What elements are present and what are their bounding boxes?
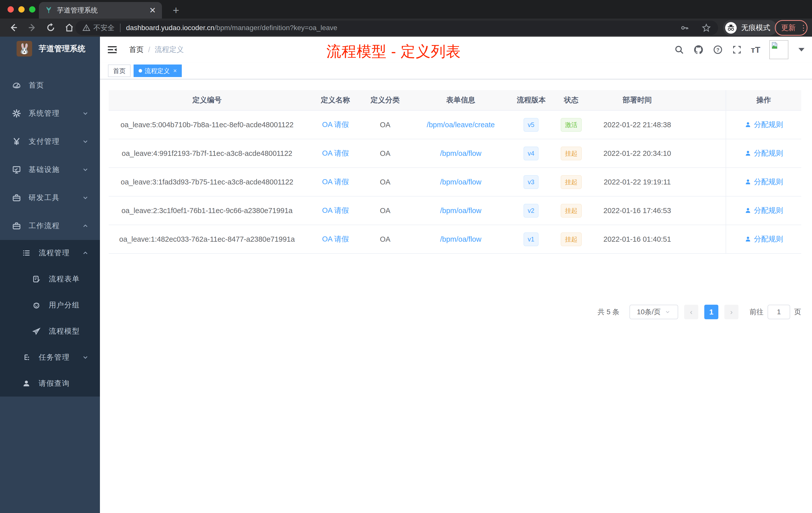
sidebar-item-user-group[interactable]: 用户分组	[0, 292, 100, 318]
chevron-up-icon	[82, 222, 89, 230]
cell-definition-name: OA 请假	[305, 148, 366, 158]
tag-process-definition[interactable]: 流程定义 ×	[134, 64, 182, 77]
definition-name-link[interactable]: OA 请假	[322, 235, 349, 243]
chrome-update-button[interactable]: 更新 ⋮	[775, 20, 808, 36]
favicon-leaf-icon	[45, 6, 53, 14]
breadcrumb-separator: /	[148, 46, 150, 54]
macos-traffic-lights[interactable]	[7, 6, 35, 12]
flow-tree-icon	[22, 353, 31, 362]
robot-icon	[32, 301, 41, 309]
font-size-icon[interactable]: ᴛT	[751, 45, 760, 55]
col-status: 状态	[545, 95, 597, 105]
bookmark-star-icon[interactable]	[701, 23, 711, 33]
forward-icon[interactable]	[27, 23, 37, 33]
caret-down-icon[interactable]	[799, 48, 805, 52]
tab-close-icon[interactable]: ✕	[149, 5, 156, 15]
status-badge: 挂起	[561, 175, 582, 189]
breadcrumb-home[interactable]: 首页	[129, 45, 144, 55]
breadcrumb-current: 流程定义	[155, 45, 184, 55]
home-icon[interactable]	[64, 23, 74, 33]
version-badge: v5	[523, 118, 539, 132]
user-icon	[745, 236, 752, 243]
sidebar-item-leave-query[interactable]: 请假查询	[0, 370, 100, 396]
incognito-label: 无痕模式	[741, 23, 770, 33]
minimize-window-button[interactable]	[18, 6, 25, 12]
status-badge: 挂起	[561, 233, 582, 246]
form-link[interactable]: /bpm/oa/flow	[440, 207, 481, 215]
password-key-icon[interactable]	[680, 23, 689, 32]
reload-icon[interactable]	[46, 23, 56, 33]
new-tab-button[interactable]: +	[173, 4, 179, 17]
security-warning[interactable]: 不安全	[82, 23, 115, 33]
avatar-broken-image[interactable]	[769, 40, 788, 59]
cell-status: 挂起	[545, 233, 597, 246]
sidebar-item-process-model[interactable]: 流程模型	[0, 318, 100, 344]
cell-status: 激活	[545, 118, 597, 132]
tag-home[interactable]: 首页	[108, 64, 130, 77]
url-text[interactable]: dashboard.yudao.iocoder.cn/bpm/manager/d…	[126, 24, 337, 32]
sidebar-item-dev-tools[interactable]: 研发工具	[0, 184, 100, 212]
sidebar-item-home[interactable]: 首页	[0, 71, 100, 99]
sidebar-item-process-management[interactable]: 流程管理	[0, 240, 100, 266]
definition-name-link[interactable]: OA 请假	[322, 206, 349, 214]
svg-text:?: ?	[716, 47, 719, 53]
sidebar-logo[interactable]: 🐰 芋道管理系统	[0, 37, 100, 61]
cell-category: OA	[366, 149, 405, 158]
browser-tab[interactable]: 芋道管理系统 ✕	[39, 2, 162, 19]
form-link[interactable]: /bpm/oa/flow	[440, 178, 481, 186]
goto-page-input[interactable]	[767, 305, 790, 319]
form-link[interactable]: /bpm/oa/leave/create	[427, 121, 495, 129]
github-icon[interactable]	[693, 44, 704, 55]
assign-rule-button[interactable]: 分配规则	[745, 120, 783, 130]
pagination-total: 共 5 条	[598, 307, 619, 317]
next-page-button[interactable]: ›	[724, 305, 738, 319]
browser-menu-dots-icon[interactable]: ⋮	[800, 26, 803, 30]
assign-rule-button[interactable]: 分配规则	[745, 148, 783, 158]
form-link[interactable]: /bpm/oa/flow	[440, 149, 481, 157]
sidebar-item-task-management[interactable]: 任务管理	[0, 344, 100, 370]
cell-form-info: /bpm/oa/flow	[405, 178, 517, 186]
sidebar-collapse-icon[interactable]	[107, 44, 117, 55]
page-size-select[interactable]: 10条/页	[630, 305, 678, 319]
cell-version: v2	[517, 204, 545, 218]
assign-rule-button[interactable]: 分配规则	[745, 206, 783, 216]
form-link[interactable]: /bpm/oa/flow	[440, 235, 481, 243]
back-icon[interactable]	[8, 23, 19, 33]
url-bar[interactable]: 不安全 dashboard.yudao.iocoder.cn/bpm/manag…	[75, 21, 718, 35]
assign-rule-button[interactable]: 分配规则	[745, 177, 783, 187]
sidebar-item-process-form[interactable]: 流程表单	[0, 266, 100, 292]
col-version: 流程版本	[517, 95, 545, 105]
zoom-window-button[interactable]	[29, 6, 35, 12]
close-icon[interactable]: ×	[173, 67, 177, 74]
cell-form-info: /bpm/oa/flow	[405, 235, 517, 243]
search-icon[interactable]	[674, 45, 684, 55]
table-row: oa_leave:4:991f2193-7b7f-11ec-a3c8-acde4…	[109, 139, 801, 168]
sidebar-item-infrastructure[interactable]: 基础设施	[0, 156, 100, 184]
toolbox-icon	[12, 193, 21, 202]
fullscreen-icon[interactable]	[732, 45, 742, 55]
browser-tab-strip: 芋道管理系统 ✕ +	[0, 0, 812, 19]
breadcrumb: 首页 / 流程定义	[129, 45, 184, 55]
sidebar-item-system[interactable]: 系统管理	[0, 99, 100, 127]
paper-plane-icon	[32, 327, 41, 336]
incognito-icon	[725, 22, 737, 34]
chevron-down-icon	[82, 166, 89, 173]
close-window-button[interactable]	[7, 6, 14, 12]
sidebar-item-payment[interactable]: 支付管理	[0, 127, 100, 156]
prev-page-button[interactable]: ‹	[684, 305, 698, 319]
pagination: 共 5 条 10条/页 ‹ 1 › 前往 页	[109, 304, 801, 320]
cell-deploy-time: 2022-01-22 21:48:38	[597, 121, 677, 129]
active-dot	[139, 69, 142, 72]
help-icon[interactable]: ?	[713, 45, 723, 55]
definition-name-link[interactable]: OA 请假	[322, 149, 349, 157]
definition-name-link[interactable]: OA 请假	[322, 178, 349, 186]
table-row: oa_leave:2:3c1f0ef1-76b1-11ec-9c66-a2380…	[109, 197, 801, 225]
cell-deploy-time: 2022-01-22 19:19:11	[597, 178, 677, 186]
page-number-1[interactable]: 1	[704, 305, 718, 319]
cell-definition-name: OA 请假	[305, 120, 366, 130]
sidebar-item-workflow[interactable]: 工作流程	[0, 212, 100, 240]
assign-rule-button[interactable]: 分配规则	[745, 234, 783, 244]
version-badge: v2	[523, 204, 539, 218]
cell-version: v4	[517, 147, 545, 160]
definition-name-link[interactable]: OA 请假	[322, 120, 349, 128]
